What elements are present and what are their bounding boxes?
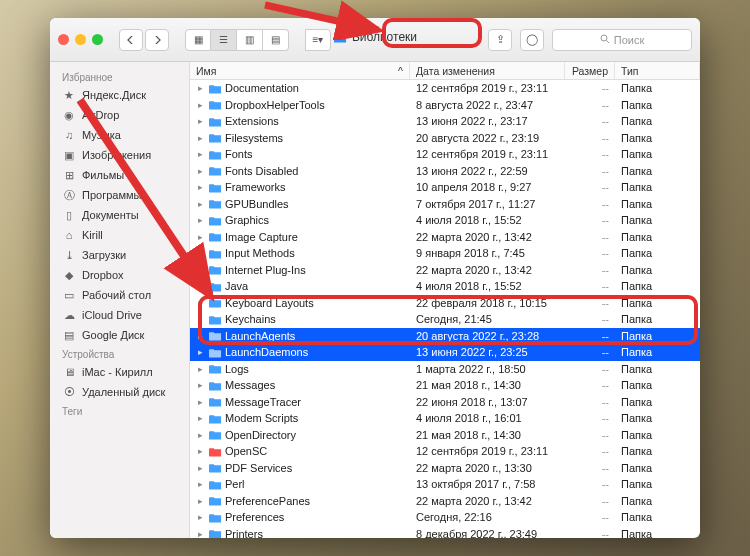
table-row[interactable]: ▸ OpenDirectory 21 мая 2018 г., 14:30 --…: [190, 427, 700, 444]
disclosure-triangle-icon[interactable]: ▸: [196, 281, 205, 291]
view-column-button[interactable]: ▥: [237, 29, 263, 51]
search-field[interactable]: Поиск: [552, 29, 692, 51]
disclosure-triangle-icon[interactable]: ▸: [196, 133, 205, 143]
sidebar-item[interactable]: ▤Google Диск: [50, 325, 189, 345]
disclosure-triangle-icon[interactable]: ▸: [196, 479, 205, 489]
disclosure-triangle-icon[interactable]: ▸: [196, 149, 205, 159]
disclosure-triangle-icon[interactable]: ▸: [196, 430, 205, 440]
disclosure-triangle-icon[interactable]: ▸: [196, 232, 205, 242]
tags-button[interactable]: ◯: [520, 29, 544, 51]
table-row[interactable]: ▸ Java 4 июля 2018 г., 15:52 -- Папка: [190, 278, 700, 295]
sidebar-item[interactable]: ◉AirDrop: [50, 105, 189, 125]
file-name: LaunchDaemons: [225, 346, 308, 358]
disclosure-triangle-icon[interactable]: ▸: [196, 83, 205, 93]
table-row[interactable]: ▸ Fonts 12 сентября 2019 г., 23:11 -- Па…: [190, 146, 700, 163]
disclosure-triangle-icon[interactable]: ▸: [196, 446, 205, 456]
disclosure-triangle-icon[interactable]: ▸: [196, 512, 205, 522]
table-row[interactable]: ▸ PDF Services 22 марта 2020 г., 13:30 -…: [190, 460, 700, 477]
table-row[interactable]: ▸ Keyboard Layouts 22 февраля 2018 г., 1…: [190, 295, 700, 312]
file-name: Messages: [225, 379, 275, 391]
share-button[interactable]: ⇪: [488, 29, 512, 51]
view-list-button[interactable]: ☰: [211, 29, 237, 51]
table-row[interactable]: ▸ Documentation 12 сентября 2019 г., 23:…: [190, 80, 700, 97]
disclosure-triangle-icon[interactable]: ▸: [196, 166, 205, 176]
table-row[interactable]: ▸ LaunchDaemons 13 июня 2022 г., 23:25 -…: [190, 344, 700, 361]
minimize-button[interactable]: [75, 34, 86, 45]
sidebar-item[interactable]: ⊞Фильмы: [50, 165, 189, 185]
table-row[interactable]: ▸ Perl 13 октября 2017 г., 7:58 -- Папка: [190, 476, 700, 493]
table-row[interactable]: ▸ Internet Plug-Ins 22 марта 2020 г., 13…: [190, 262, 700, 279]
table-row[interactable]: ▸ Input Methods 9 января 2018 г., 7:45 -…: [190, 245, 700, 262]
file-kind: Папка: [615, 346, 700, 358]
folder-icon: [208, 363, 222, 375]
col-size[interactable]: Размер: [565, 62, 615, 79]
back-button[interactable]: [119, 29, 143, 51]
table-row[interactable]: ▸ MessageTracer 22 июня 2018 г., 13:07 -…: [190, 394, 700, 411]
disclosure-triangle-icon[interactable]: ▸: [196, 413, 205, 423]
disclosure-triangle-icon[interactable]: ▸: [196, 314, 205, 324]
view-icon-button[interactable]: ▦: [185, 29, 211, 51]
table-row[interactable]: ▸ Messages 21 мая 2018 г., 14:30 -- Папк…: [190, 377, 700, 394]
disclosure-triangle-icon[interactable]: ▸: [196, 397, 205, 407]
table-row[interactable]: ▸ Printers 8 декабря 2022 г., 23:49 -- П…: [190, 526, 700, 539]
close-button[interactable]: [58, 34, 69, 45]
disclosure-triangle-icon[interactable]: ▸: [196, 248, 205, 258]
table-row[interactable]: ▸ Logs 1 марта 2022 г., 18:50 -- Папка: [190, 361, 700, 378]
table-row[interactable]: ▸ Graphics 4 июля 2018 г., 15:52 -- Папк…: [190, 212, 700, 229]
table-row[interactable]: ▸ GPUBundles 7 октября 2017 г., 11:27 --…: [190, 196, 700, 213]
zoom-button[interactable]: [92, 34, 103, 45]
folder-icon: [208, 198, 222, 210]
sidebar-item[interactable]: ♫Музыка: [50, 125, 189, 145]
table-row[interactable]: ▸ DropboxHelperTools 8 августа 2022 г., …: [190, 97, 700, 114]
table-row[interactable]: ▸ PreferencePanes 22 марта 2020 г., 13:4…: [190, 493, 700, 510]
sidebar-item[interactable]: 🖥iMac - Кирилл: [50, 362, 189, 382]
disclosure-triangle-icon[interactable]: ▸: [196, 100, 205, 110]
col-date[interactable]: Дата изменения: [410, 62, 565, 79]
table-row[interactable]: ▸ OpenSC 12 сентября 2019 г., 23:11 -- П…: [190, 443, 700, 460]
disclosure-triangle-icon[interactable]: ▸: [196, 463, 205, 473]
disclosure-triangle-icon[interactable]: ▸: [196, 364, 205, 374]
table-row[interactable]: ▸ Fonts Disabled 13 июня 2022 г., 22:59 …: [190, 163, 700, 180]
file-size: --: [565, 148, 615, 160]
file-size: --: [565, 429, 615, 441]
table-row[interactable]: ▸ Frameworks 10 апреля 2018 г., 9:27 -- …: [190, 179, 700, 196]
sidebar-item-label: iMac - Кирилл: [82, 364, 153, 380]
forward-button[interactable]: [145, 29, 169, 51]
sidebar-item[interactable]: ◆Dropbox: [50, 265, 189, 285]
disclosure-triangle-icon[interactable]: ▸: [196, 199, 205, 209]
sidebar-item[interactable]: ☁iCloud Drive: [50, 305, 189, 325]
file-kind: Папка: [615, 297, 700, 309]
disclosure-triangle-icon[interactable]: ▸: [196, 529, 205, 538]
disclosure-triangle-icon[interactable]: ▸: [196, 215, 205, 225]
disclosure-triangle-icon[interactable]: ▸: [196, 265, 205, 275]
disclosure-triangle-icon[interactable]: ▸: [196, 116, 205, 126]
disclosure-triangle-icon[interactable]: ▸: [196, 182, 205, 192]
col-kind[interactable]: Тип: [615, 62, 700, 79]
sidebar-item[interactable]: ▯Документы: [50, 205, 189, 225]
table-row[interactable]: ▸ Preferences Сегодня, 22:16 -- Папка: [190, 509, 700, 526]
file-name: Keychains: [225, 313, 276, 325]
table-row[interactable]: ▸ Image Capture 22 марта 2020 г., 13:42 …: [190, 229, 700, 246]
folder-icon: [208, 82, 222, 94]
table-row[interactable]: ▸ Extensions 13 июня 2022 г., 23:17 -- П…: [190, 113, 700, 130]
disclosure-triangle-icon[interactable]: ▸: [196, 496, 205, 506]
disclosure-triangle-icon[interactable]: ▸: [196, 298, 205, 308]
sidebar-item[interactable]: ▭Рабочий стол: [50, 285, 189, 305]
file-name: MessageTracer: [225, 396, 301, 408]
file-date: 8 августа 2022 г., 23:47: [410, 99, 565, 111]
disclosure-triangle-icon[interactable]: ▸: [196, 331, 205, 341]
table-row[interactable]: ▸ Keychains Сегодня, 21:45 -- Папка: [190, 311, 700, 328]
disclosure-triangle-icon[interactable]: ▸: [196, 347, 205, 357]
sidebar-item[interactable]: ⒶПрограммы: [50, 185, 189, 205]
table-row[interactable]: ▸ Filesystems 20 августа 2022 г., 23:19 …: [190, 130, 700, 147]
sidebar-item[interactable]: ⌂Kirill: [50, 225, 189, 245]
sidebar-item[interactable]: ⦿Удаленный диск: [50, 382, 189, 402]
sidebar-item[interactable]: ⤓Загрузки: [50, 245, 189, 265]
disclosure-triangle-icon[interactable]: ▸: [196, 380, 205, 390]
col-name[interactable]: Имя ^: [190, 62, 410, 79]
sidebar-item[interactable]: ▣Изображения: [50, 145, 189, 165]
sidebar-item[interactable]: ★Яндекс.Диск: [50, 85, 189, 105]
view-gallery-button[interactable]: ▤: [263, 29, 289, 51]
table-row[interactable]: ▸ Modem Scripts 4 июля 2018 г., 16:01 --…: [190, 410, 700, 427]
table-row[interactable]: ▸ LaunchAgents 20 августа 2022 г., 23:28…: [190, 328, 700, 345]
